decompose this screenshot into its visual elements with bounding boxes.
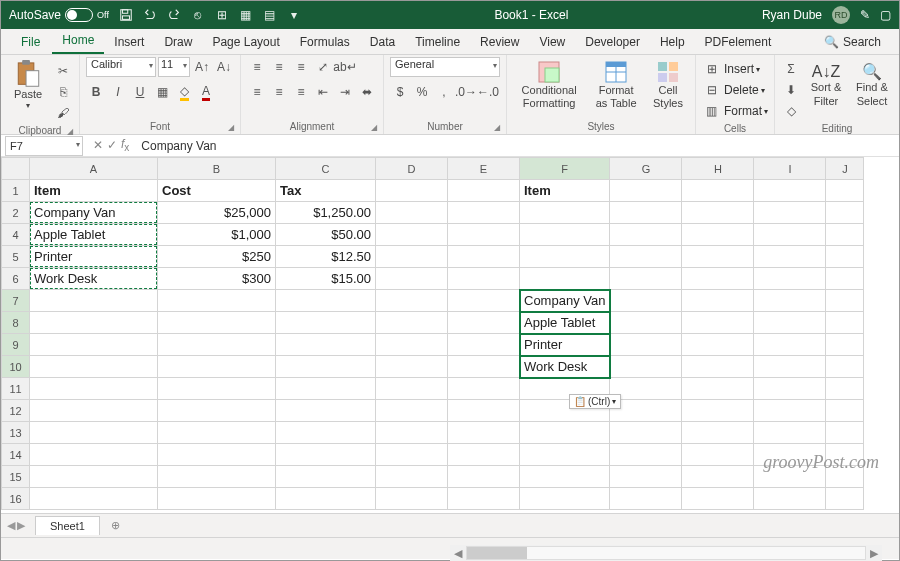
cell[interactable] xyxy=(682,378,754,400)
cell[interactable] xyxy=(754,400,826,422)
cell[interactable] xyxy=(276,422,376,444)
decrease-indent-icon[interactable]: ⇤ xyxy=(313,82,333,102)
clear-icon[interactable]: ◇ xyxy=(781,101,801,121)
fx-icon[interactable]: fx xyxy=(121,137,129,153)
cell[interactable] xyxy=(276,356,376,378)
cell[interactable] xyxy=(30,356,158,378)
cell[interactable] xyxy=(448,356,520,378)
paste-button[interactable]: Paste ▾ xyxy=(7,57,49,113)
tab-timeline[interactable]: Timeline xyxy=(405,30,470,54)
cell[interactable] xyxy=(376,268,448,290)
scroll-thumb[interactable] xyxy=(467,547,527,559)
cell[interactable] xyxy=(158,356,276,378)
cell[interactable] xyxy=(448,444,520,466)
cell[interactable] xyxy=(826,246,864,268)
autosave-toggle[interactable]: AutoSave Off xyxy=(9,8,109,22)
format-as-table-button[interactable]: Format as Table xyxy=(589,57,643,113)
cell[interactable] xyxy=(376,246,448,268)
cell[interactable] xyxy=(448,488,520,510)
tab-view[interactable]: View xyxy=(529,30,575,54)
align-bottom-icon[interactable]: ≡ xyxy=(291,57,311,77)
cell[interactable] xyxy=(30,466,158,488)
cell[interactable] xyxy=(276,400,376,422)
cell[interactable]: Item xyxy=(30,180,158,202)
cell[interactable] xyxy=(158,422,276,444)
increase-indent-icon[interactable]: ⇥ xyxy=(335,82,355,102)
cell[interactable] xyxy=(376,224,448,246)
row-header-2[interactable]: 2 xyxy=(2,202,30,224)
col-header-E[interactable]: E xyxy=(448,158,520,180)
cell[interactable] xyxy=(754,290,826,312)
add-sheet-button[interactable]: ⊕ xyxy=(106,516,126,536)
cell[interactable] xyxy=(826,202,864,224)
cell[interactable] xyxy=(448,466,520,488)
cell[interactable] xyxy=(448,312,520,334)
cell[interactable] xyxy=(158,488,276,510)
cell[interactable] xyxy=(754,422,826,444)
cell[interactable] xyxy=(376,334,448,356)
cell[interactable]: Tax xyxy=(276,180,376,202)
row-header-9[interactable]: 9 xyxy=(2,334,30,356)
row-header-16[interactable]: 16 xyxy=(2,488,30,510)
sheet-nav-prev-icon[interactable]: ◀ xyxy=(7,519,15,532)
borders-icon[interactable]: ▦ xyxy=(152,82,172,102)
col-header-A[interactable]: A xyxy=(30,158,158,180)
sort-filter-button[interactable]: A↓ZSort & Filter xyxy=(805,57,847,113)
cell[interactable] xyxy=(682,466,754,488)
cell[interactable] xyxy=(376,290,448,312)
cell[interactable] xyxy=(610,268,682,290)
cell[interactable] xyxy=(376,312,448,334)
cell[interactable] xyxy=(520,422,610,444)
cell[interactable] xyxy=(520,202,610,224)
col-header-F[interactable]: F xyxy=(520,158,610,180)
find-select-button[interactable]: 🔍Find & Select xyxy=(851,57,893,113)
cell[interactable]: $15.00 xyxy=(276,268,376,290)
font-color-icon[interactable]: A xyxy=(196,82,216,102)
cell[interactable] xyxy=(448,202,520,224)
cell[interactable] xyxy=(754,488,826,510)
format-cells-button[interactable]: ▥Format▾ xyxy=(702,101,768,121)
cell[interactable]: $12.50 xyxy=(276,246,376,268)
col-header-B[interactable]: B xyxy=(158,158,276,180)
tab-review[interactable]: Review xyxy=(470,30,529,54)
cell[interactable] xyxy=(682,246,754,268)
cell[interactable] xyxy=(520,268,610,290)
cell[interactable] xyxy=(30,488,158,510)
scroll-left-icon[interactable]: ◀ xyxy=(450,547,466,560)
cell[interactable] xyxy=(682,488,754,510)
cell[interactable] xyxy=(610,334,682,356)
col-header-H[interactable]: H xyxy=(682,158,754,180)
cell[interactable]: $25,000 xyxy=(158,202,276,224)
undo-icon[interactable] xyxy=(143,8,157,22)
cell[interactable] xyxy=(30,378,158,400)
cell[interactable] xyxy=(682,422,754,444)
fill-icon[interactable]: ⬇ xyxy=(781,80,801,100)
row-header-6[interactable]: 6 xyxy=(2,268,30,290)
row-header-8[interactable]: 8 xyxy=(2,312,30,334)
cell[interactable] xyxy=(158,378,276,400)
cell[interactable] xyxy=(30,422,158,444)
cell[interactable] xyxy=(826,444,864,466)
dialog-launcher-icon[interactable]: ◢ xyxy=(228,123,234,132)
format-painter-icon[interactable]: 🖌 xyxy=(53,103,73,123)
tab-help[interactable]: Help xyxy=(650,30,695,54)
cell[interactable] xyxy=(276,290,376,312)
currency-icon[interactable]: $ xyxy=(390,82,410,102)
col-header-D[interactable]: D xyxy=(376,158,448,180)
cell[interactable] xyxy=(448,422,520,444)
cell[interactable] xyxy=(520,466,610,488)
row-header-5[interactable]: 5 xyxy=(2,246,30,268)
increase-font-icon[interactable]: A↑ xyxy=(192,57,212,77)
align-right-icon[interactable]: ≡ xyxy=(291,82,311,102)
cell[interactable]: Apple Tablet xyxy=(30,224,158,246)
col-header-I[interactable]: I xyxy=(754,158,826,180)
cell[interactable] xyxy=(276,444,376,466)
cell[interactable]: Apple Tablet xyxy=(520,312,610,334)
qat-icon-4[interactable]: ▤ xyxy=(263,8,277,22)
cell[interactable] xyxy=(30,290,158,312)
ribbon-options-icon[interactable]: ▢ xyxy=(880,8,891,22)
cell[interactable]: $250 xyxy=(158,246,276,268)
cell[interactable] xyxy=(754,378,826,400)
fill-color-icon[interactable]: ◇ xyxy=(174,82,194,102)
user-avatar[interactable]: RD xyxy=(832,6,850,24)
